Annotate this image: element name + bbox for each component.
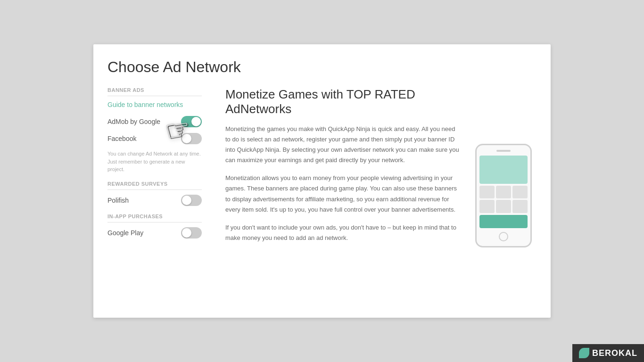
- phone-grid-cell: [479, 186, 495, 199]
- para-1: Monetizing the games you make with Quick…: [225, 124, 461, 165]
- page-title: Choose Ad Network: [107, 58, 537, 76]
- right-content: Monetize Games with TOP RATED AdNetworks…: [211, 87, 537, 304]
- polifish-toggle[interactable]: [181, 195, 202, 206]
- phone-screen-top: [479, 156, 528, 184]
- admob-toggle-knob: [191, 117, 201, 126]
- polifish-toggle-row: Polifish: [107, 195, 202, 206]
- phone-banner-ad: [479, 215, 528, 228]
- brand-leaf-icon: [579, 348, 589, 358]
- facebook-toggle-knob: [182, 134, 191, 143]
- phone-grid-cell: [479, 200, 495, 213]
- phone-grid-cell: [512, 186, 528, 199]
- banner-ads-section-label: BANNER ADS: [107, 87, 202, 96]
- brand-name: BEROKAL: [592, 348, 637, 358]
- phone-frame: [475, 144, 532, 247]
- para-3: If you don't want to include your own ad…: [225, 222, 461, 243]
- phone-grid-cell: [512, 200, 528, 213]
- google-play-label: Google Play: [107, 229, 143, 237]
- text-content: Monetize Games with TOP RATED AdNetworks…: [225, 87, 461, 304]
- phone-home-button: [499, 232, 508, 241]
- phone-grid-cell: [496, 186, 511, 199]
- sidebar: BANNER ADS Guide to banner networks AdMo…: [107, 87, 211, 304]
- admob-label: AdMob by Google: [107, 118, 160, 125]
- google-play-toggle-knob: [182, 228, 191, 238]
- google-play-toggle-row: Google Play: [107, 227, 202, 239]
- facebook-label: Facebook: [107, 135, 136, 142]
- rewarded-surveys-section-label: REWARDED SURVEYS: [107, 181, 202, 190]
- phone-speaker: [496, 150, 511, 152]
- admob-toggle[interactable]: [181, 116, 202, 127]
- main-card: Choose Ad Network BANNER ADS Guide to ba…: [93, 44, 551, 318]
- monetize-heading: Monetize Games with TOP RATED AdNetworks: [225, 87, 461, 116]
- note-text: You can change Ad Network at any time. J…: [107, 150, 202, 173]
- brand-badge: BEROKAL: [572, 344, 644, 362]
- polifish-label: Polifish: [107, 197, 129, 204]
- in-app-purchases-section-label: IN-APP PURCHASES: [107, 214, 202, 222]
- phone-grid-cell: [496, 200, 511, 213]
- phone-illustration: [471, 87, 537, 304]
- admob-toggle-row: AdMob by Google: [107, 116, 202, 127]
- google-play-toggle[interactable]: [181, 227, 202, 239]
- facebook-toggle-row: Facebook: [107, 133, 202, 144]
- phone-grid: [479, 186, 528, 213]
- para-2: Monetization allows you to earn money fr…: [225, 173, 461, 214]
- guide-link[interactable]: Guide to banner networks: [107, 101, 202, 108]
- polifish-toggle-knob: [182, 196, 191, 205]
- content-area: BANNER ADS Guide to banner networks AdMo…: [107, 87, 537, 304]
- facebook-toggle[interactable]: [181, 133, 202, 144]
